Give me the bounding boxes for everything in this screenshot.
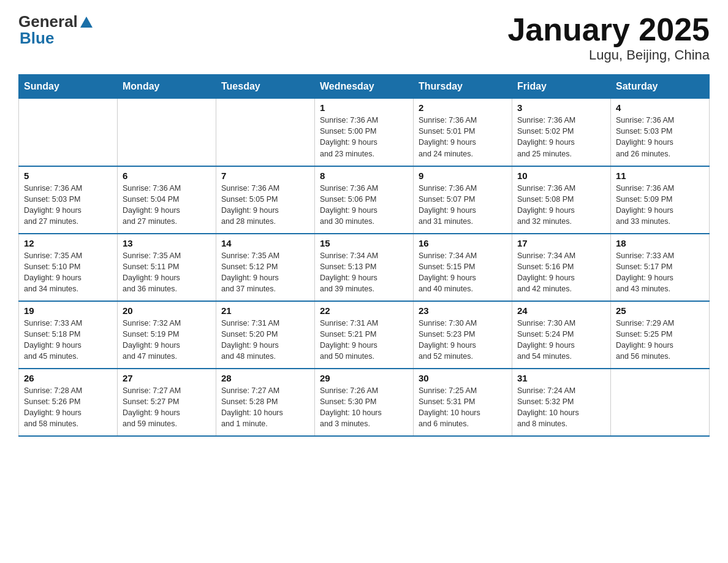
- day-number: 10: [517, 170, 605, 181]
- calendar-cell: [216, 99, 315, 166]
- calendar-cell: 24Sunrise: 7:30 AM Sunset: 5:24 PM Dayli…: [512, 301, 611, 369]
- week-row-1: 1Sunrise: 7:36 AM Sunset: 5:00 PM Daylig…: [19, 99, 710, 166]
- calendar-cell: 5Sunrise: 7:36 AM Sunset: 5:03 PM Daylig…: [19, 166, 118, 234]
- week-row-2: 5Sunrise: 7:36 AM Sunset: 5:03 PM Daylig…: [19, 166, 710, 234]
- day-number: 15: [320, 238, 408, 248]
- calendar-cell: 25Sunrise: 7:29 AM Sunset: 5:25 PM Dayli…: [611, 301, 710, 369]
- day-info: Sunrise: 7:36 AM Sunset: 5:02 PM Dayligh…: [517, 115, 605, 159]
- logo-blue-text: Blue: [20, 29, 54, 48]
- day-number: 17: [517, 238, 605, 248]
- calendar-cell: 17Sunrise: 7:34 AM Sunset: 5:16 PM Dayli…: [512, 234, 611, 301]
- calendar-body: 1Sunrise: 7:36 AM Sunset: 5:00 PM Daylig…: [19, 99, 710, 436]
- day-number: 31: [517, 373, 605, 383]
- logo: General Blue: [18, 12, 93, 48]
- calendar-cell: 8Sunrise: 7:36 AM Sunset: 5:06 PM Daylig…: [315, 166, 414, 234]
- day-number: 24: [517, 305, 605, 316]
- day-info: Sunrise: 7:36 AM Sunset: 5:03 PM Dayligh…: [24, 183, 112, 228]
- day-info: Sunrise: 7:35 AM Sunset: 5:12 PM Dayligh…: [221, 250, 309, 295]
- day-number: 16: [419, 238, 507, 248]
- day-info: Sunrise: 7:36 AM Sunset: 5:09 PM Dayligh…: [616, 183, 704, 228]
- calendar-cell: 2Sunrise: 7:36 AM Sunset: 5:01 PM Daylig…: [414, 99, 512, 166]
- day-number: 7: [221, 170, 309, 181]
- calendar-cell: 23Sunrise: 7:30 AM Sunset: 5:23 PM Dayli…: [414, 301, 512, 369]
- day-info: Sunrise: 7:36 AM Sunset: 5:03 PM Dayligh…: [616, 115, 704, 159]
- day-info: Sunrise: 7:30 AM Sunset: 5:23 PM Dayligh…: [419, 318, 507, 362]
- day-info: Sunrise: 7:35 AM Sunset: 5:11 PM Dayligh…: [123, 250, 211, 295]
- calendar-cell: 15Sunrise: 7:34 AM Sunset: 5:13 PM Dayli…: [315, 234, 414, 301]
- day-info: Sunrise: 7:36 AM Sunset: 5:01 PM Dayligh…: [419, 115, 507, 159]
- calendar-cell: 27Sunrise: 7:27 AM Sunset: 5:27 PM Dayli…: [118, 369, 216, 436]
- calendar-cell: 29Sunrise: 7:26 AM Sunset: 5:30 PM Dayli…: [315, 369, 414, 436]
- day-info: Sunrise: 7:36 AM Sunset: 5:04 PM Dayligh…: [123, 183, 211, 228]
- day-number: 13: [123, 238, 211, 248]
- day-info: Sunrise: 7:25 AM Sunset: 5:31 PM Dayligh…: [419, 385, 507, 430]
- calendar-cell: 1Sunrise: 7:36 AM Sunset: 5:00 PM Daylig…: [315, 99, 414, 166]
- day-number: 4: [616, 102, 704, 113]
- calendar-title: January 2025: [507, 12, 710, 47]
- calendar-cell: 11Sunrise: 7:36 AM Sunset: 5:09 PM Dayli…: [611, 166, 710, 234]
- header-day-saturday: Saturday: [611, 75, 710, 99]
- day-number: 30: [419, 373, 507, 383]
- calendar-cell: 19Sunrise: 7:33 AM Sunset: 5:18 PM Dayli…: [19, 301, 118, 369]
- calendar-cell: 7Sunrise: 7:36 AM Sunset: 5:05 PM Daylig…: [216, 166, 315, 234]
- day-info: Sunrise: 7:36 AM Sunset: 5:07 PM Dayligh…: [419, 183, 507, 228]
- calendar-header: SundayMondayTuesdayWednesdayThursdayFrid…: [19, 75, 710, 99]
- day-number: 22: [320, 305, 408, 316]
- day-number: 20: [123, 305, 211, 316]
- day-info: Sunrise: 7:36 AM Sunset: 5:00 PM Dayligh…: [320, 115, 408, 159]
- day-number: 25: [616, 305, 704, 316]
- week-row-5: 26Sunrise: 7:28 AM Sunset: 5:26 PM Dayli…: [19, 369, 710, 436]
- day-number: 11: [616, 170, 704, 181]
- calendar-cell: 13Sunrise: 7:35 AM Sunset: 5:11 PM Dayli…: [118, 234, 216, 301]
- day-number: 26: [24, 373, 112, 383]
- day-info: Sunrise: 7:31 AM Sunset: 5:20 PM Dayligh…: [221, 318, 309, 362]
- calendar-cell: 20Sunrise: 7:32 AM Sunset: 5:19 PM Dayli…: [118, 301, 216, 369]
- day-info: Sunrise: 7:24 AM Sunset: 5:32 PM Dayligh…: [517, 385, 605, 430]
- calendar-cell: 26Sunrise: 7:28 AM Sunset: 5:26 PM Dayli…: [19, 369, 118, 436]
- week-row-3: 12Sunrise: 7:35 AM Sunset: 5:10 PM Dayli…: [19, 234, 710, 301]
- day-number: 1: [320, 102, 408, 113]
- header-day-sunday: Sunday: [19, 75, 118, 99]
- day-info: Sunrise: 7:32 AM Sunset: 5:19 PM Dayligh…: [123, 318, 211, 362]
- calendar-cell: 4Sunrise: 7:36 AM Sunset: 5:03 PM Daylig…: [611, 99, 710, 166]
- day-info: Sunrise: 7:34 AM Sunset: 5:15 PM Dayligh…: [419, 250, 507, 295]
- header-day-friday: Friday: [512, 75, 611, 99]
- header-day-thursday: Thursday: [414, 75, 512, 99]
- header-row: SundayMondayTuesdayWednesdayThursdayFrid…: [19, 75, 710, 99]
- day-number: 8: [320, 170, 408, 181]
- day-number: 9: [419, 170, 507, 181]
- day-number: 23: [419, 305, 507, 316]
- calendar-cell: 12Sunrise: 7:35 AM Sunset: 5:10 PM Dayli…: [19, 234, 118, 301]
- calendar-cell: 9Sunrise: 7:36 AM Sunset: 5:07 PM Daylig…: [414, 166, 512, 234]
- day-info: Sunrise: 7:29 AM Sunset: 5:25 PM Dayligh…: [616, 318, 704, 362]
- day-number: 27: [123, 373, 211, 383]
- day-number: 19: [24, 305, 112, 316]
- day-number: 6: [123, 170, 211, 181]
- day-info: Sunrise: 7:33 AM Sunset: 5:18 PM Dayligh…: [24, 318, 112, 362]
- calendar-cell: [611, 369, 710, 436]
- calendar-cell: 22Sunrise: 7:31 AM Sunset: 5:21 PM Dayli…: [315, 301, 414, 369]
- day-info: Sunrise: 7:36 AM Sunset: 5:06 PM Dayligh…: [320, 183, 408, 228]
- calendar-cell: 14Sunrise: 7:35 AM Sunset: 5:12 PM Dayli…: [216, 234, 315, 301]
- day-info: Sunrise: 7:28 AM Sunset: 5:26 PM Dayligh…: [24, 385, 112, 430]
- week-row-4: 19Sunrise: 7:33 AM Sunset: 5:18 PM Dayli…: [19, 301, 710, 369]
- day-number: 12: [24, 238, 112, 248]
- page-header: General Blue January 2025 Lugu, Beijing,…: [18, 12, 710, 63]
- calendar-cell: 28Sunrise: 7:27 AM Sunset: 5:28 PM Dayli…: [216, 369, 315, 436]
- calendar-cell: [19, 99, 118, 166]
- logo-triangle-icon: [80, 17, 93, 28]
- day-info: Sunrise: 7:31 AM Sunset: 5:21 PM Dayligh…: [320, 318, 408, 362]
- day-info: Sunrise: 7:36 AM Sunset: 5:08 PM Dayligh…: [517, 183, 605, 228]
- day-info: Sunrise: 7:34 AM Sunset: 5:13 PM Dayligh…: [320, 250, 408, 295]
- title-area: January 2025 Lugu, Beijing, China: [507, 12, 710, 63]
- calendar-location: Lugu, Beijing, China: [507, 47, 710, 63]
- header-day-monday: Monday: [118, 75, 216, 99]
- calendar-cell: 10Sunrise: 7:36 AM Sunset: 5:08 PM Dayli…: [512, 166, 611, 234]
- calendar-cell: 16Sunrise: 7:34 AM Sunset: 5:15 PM Dayli…: [414, 234, 512, 301]
- calendar-cell: 6Sunrise: 7:36 AM Sunset: 5:04 PM Daylig…: [118, 166, 216, 234]
- day-info: Sunrise: 7:33 AM Sunset: 5:17 PM Dayligh…: [616, 250, 704, 295]
- calendar-cell: 3Sunrise: 7:36 AM Sunset: 5:02 PM Daylig…: [512, 99, 611, 166]
- day-info: Sunrise: 7:26 AM Sunset: 5:30 PM Dayligh…: [320, 385, 408, 430]
- day-info: Sunrise: 7:34 AM Sunset: 5:16 PM Dayligh…: [517, 250, 605, 295]
- day-info: Sunrise: 7:27 AM Sunset: 5:28 PM Dayligh…: [221, 385, 309, 430]
